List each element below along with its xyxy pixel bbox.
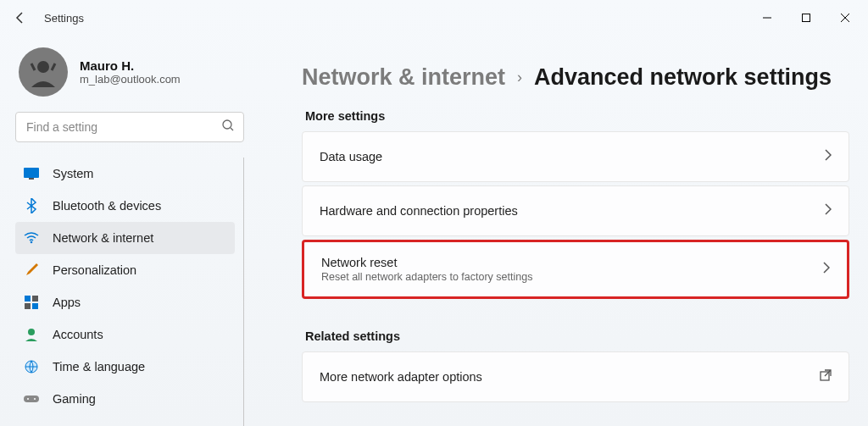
wifi-icon [24, 230, 39, 246]
sidebar-item-label: Bluetooth & devices [53, 199, 161, 213]
svg-rect-8 [29, 178, 34, 180]
card-more-adapter-options[interactable]: More network adapter options [302, 351, 849, 402]
svg-rect-7 [24, 168, 39, 178]
section-header-more: More settings [305, 109, 849, 123]
chevron-right-icon [825, 149, 832, 164]
arrow-left-icon [14, 11, 27, 25]
minimize-icon [763, 14, 771, 22]
svg-point-17 [27, 398, 29, 400]
avatar [19, 47, 68, 97]
card-subtitle: Reset all network adapters to factory se… [321, 271, 823, 283]
sidebar-item-label: Gaming [53, 392, 96, 406]
globe-icon [24, 359, 39, 374]
chevron-right-icon [823, 262, 830, 277]
apps-icon [24, 295, 39, 310]
sidebar-item-apps[interactable]: Apps [15, 286, 235, 318]
sidebar-item-personalization[interactable]: Personalization [15, 254, 235, 286]
user-profile[interactable]: Mauro H. m_lab@outlook.com [19, 47, 244, 97]
maximize-button[interactable] [787, 4, 826, 31]
sidebar-item-label: System [53, 167, 93, 180]
svg-point-18 [34, 398, 36, 400]
sidebar-item-system[interactable]: System [15, 158, 235, 190]
sidebar-item-label: Accounts [53, 328, 103, 341]
card-data-usage[interactable]: Data usage [302, 131, 849, 182]
monitor-icon [24, 166, 39, 181]
breadcrumb-current: Advanced network settings [534, 64, 832, 91]
svg-rect-13 [32, 303, 38, 309]
card-title: Network reset [321, 256, 823, 269]
sidebar-item-label: Personalization [53, 263, 136, 277]
sidebar-item-label: Apps [53, 296, 81, 309]
person-icon [24, 327, 39, 342]
chevron-right-icon [825, 203, 832, 219]
sidebar-item-label: Time & language [53, 360, 145, 373]
search-input[interactable] [15, 112, 244, 142]
app-title: Settings [44, 12, 84, 25]
section-header-related: Related settings [305, 329, 849, 343]
breadcrumb-parent[interactable]: Network & internet [302, 64, 505, 91]
avatar-icon [26, 55, 60, 89]
user-name: Mauro H. [80, 58, 181, 73]
maximize-icon [802, 14, 810, 22]
svg-point-5 [223, 120, 231, 129]
bluetooth-icon [24, 198, 39, 213]
sidebar-item-label: Network & internet [53, 231, 153, 245]
external-link-icon [820, 369, 832, 385]
card-title: Hardware and connection properties [320, 204, 825, 218]
svg-rect-16 [24, 396, 39, 402]
card-title: Data usage [320, 150, 825, 163]
svg-point-4 [37, 61, 49, 73]
sidebar-item-network[interactable]: Network & internet [15, 222, 235, 254]
search-icon [222, 119, 234, 135]
svg-rect-11 [32, 296, 38, 302]
breadcrumb: Network & internet › Advanced network se… [302, 64, 849, 91]
paintbrush-icon [24, 263, 39, 278]
sidebar-item-bluetooth[interactable]: Bluetooth & devices [15, 190, 235, 222]
card-hardware-properties[interactable]: Hardware and connection properties [302, 185, 849, 236]
gamepad-icon [24, 391, 39, 407]
svg-point-14 [28, 329, 35, 335]
minimize-button[interactable] [748, 4, 787, 31]
back-button[interactable] [3, 1, 37, 35]
card-title: More network adapter options [320, 370, 820, 384]
svg-rect-12 [25, 303, 31, 309]
card-network-reset[interactable]: Network reset Reset all network adapters… [302, 240, 849, 299]
sidebar-item-gaming[interactable]: Gaming [15, 383, 235, 415]
svg-line-6 [231, 128, 233, 130]
user-email: m_lab@outlook.com [80, 73, 181, 86]
svg-rect-10 [25, 296, 31, 302]
close-button[interactable] [826, 4, 865, 31]
svg-point-9 [31, 241, 33, 244]
close-icon [841, 14, 849, 22]
sidebar-item-time[interactable]: Time & language [15, 351, 235, 383]
chevron-right-icon: › [517, 69, 522, 86]
svg-rect-1 [803, 14, 810, 22]
sidebar-item-accounts[interactable]: Accounts [15, 318, 235, 351]
